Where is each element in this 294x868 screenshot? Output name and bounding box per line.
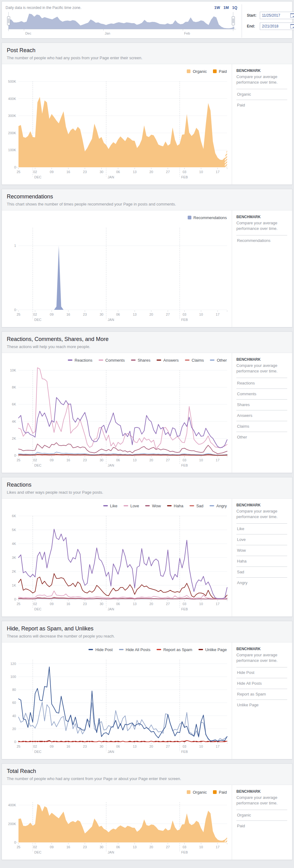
benchmark-item-like[interactable]: Like bbox=[236, 523, 287, 534]
svg-text:02: 02 bbox=[33, 745, 37, 748]
end-date-input[interactable]: 2/21/2018 bbox=[260, 23, 294, 30]
scrubber-right-handle[interactable] bbox=[232, 17, 235, 25]
legend-item-love[interactable]: Love bbox=[123, 504, 139, 508]
benchmark-item-organic[interactable]: Organic bbox=[236, 89, 287, 100]
benchmark-item-hide-post[interactable]: Hide Post bbox=[236, 667, 287, 678]
legend-item-answers[interactable]: Answers bbox=[156, 358, 179, 363]
chart-legend: OrganicPaid bbox=[3, 789, 232, 795]
post-reach-chart[interactable]: 0100K200K300K400K500K2502091623300613202… bbox=[3, 76, 232, 182]
svg-text:20: 20 bbox=[12, 727, 16, 731]
benchmark-panel: BENCHMARK Compare your average performan… bbox=[232, 643, 292, 759]
scrubber-left-handle[interactable] bbox=[7, 17, 10, 25]
benchmark-item-hide-all-posts[interactable]: Hide All Posts bbox=[236, 678, 287, 689]
legend-item-sad[interactable]: Sad bbox=[189, 504, 204, 508]
benchmark-item-paid[interactable]: Paid bbox=[236, 100, 287, 111]
legend-item-claims[interactable]: Claims bbox=[185, 358, 204, 363]
start-date-input[interactable]: 11/25/2017 bbox=[260, 12, 294, 19]
legend-item-organic[interactable]: Organic bbox=[187, 69, 207, 74]
benchmark-item-sad[interactable]: Sad bbox=[236, 566, 287, 577]
legend-item-haha[interactable]: Haha bbox=[167, 504, 183, 508]
svg-text:09: 09 bbox=[50, 602, 53, 606]
range-button-1m[interactable]: 1M bbox=[223, 5, 229, 10]
legend-item-hide-post[interactable]: Hide Post bbox=[88, 647, 112, 652]
page-title: Total Reach bbox=[7, 768, 287, 775]
page-title: Reactions bbox=[7, 482, 287, 488]
calendar-icon[interactable] bbox=[290, 24, 294, 28]
range-button-1q[interactable]: 1Q bbox=[232, 5, 237, 10]
svg-text:17: 17 bbox=[216, 602, 219, 606]
benchmark-item-report-as-spam[interactable]: Report as Spam bbox=[236, 689, 287, 700]
benchmark-item-comments[interactable]: Comments bbox=[236, 389, 287, 399]
reactions-comments-shares-chart[interactable]: 02K4K6K8K10K25020916233006132027031017DE… bbox=[3, 365, 232, 470]
svg-text:27: 27 bbox=[166, 458, 170, 462]
svg-text:25: 25 bbox=[16, 170, 20, 174]
legend-item-comments[interactable]: Comments bbox=[99, 358, 125, 363]
benchmark-item-shares[interactable]: Shares bbox=[236, 399, 287, 410]
legend-item-other[interactable]: Other bbox=[210, 358, 227, 363]
legend-item-angry[interactable]: Angry bbox=[210, 504, 227, 508]
svg-text:DEC: DEC bbox=[34, 850, 41, 854]
svg-text:03: 03 bbox=[182, 845, 186, 849]
benchmark-item-wow[interactable]: Wow bbox=[236, 545, 287, 556]
legend-swatch-icon bbox=[189, 505, 194, 506]
benchmark-item-paid[interactable]: Paid bbox=[236, 820, 287, 831]
legend-item-report-as-spam[interactable]: Report as Spam bbox=[156, 647, 192, 652]
legend-swatch-icon bbox=[156, 649, 161, 650]
legend-item-paid[interactable]: Paid bbox=[213, 69, 227, 74]
benchmark-item-unlike-page[interactable]: Unlike Page bbox=[236, 700, 287, 710]
legend-item-unlike-page[interactable]: Unlike Page bbox=[198, 647, 227, 652]
legend-item-shares[interactable]: Shares bbox=[131, 358, 150, 363]
svg-text:20: 20 bbox=[149, 745, 153, 748]
benchmark-item-answers[interactable]: Answers bbox=[236, 410, 287, 421]
benchmark-item-recommendations[interactable]: Recommendations bbox=[236, 235, 287, 246]
legend-item-recommendations[interactable]: Recommendations bbox=[188, 215, 227, 220]
legend-item-reactions[interactable]: Reactions bbox=[68, 358, 93, 363]
reactions-chart[interactable]: 01K2K3K4K5K6K25020916233006132027031017D… bbox=[3, 511, 232, 614]
svg-text:06: 06 bbox=[116, 845, 120, 849]
svg-text:20: 20 bbox=[149, 845, 153, 849]
hide-spam-unlikes-chart[interactable]: 0204060801001202502091623300613202703101… bbox=[3, 655, 232, 756]
legend-label: Angry bbox=[216, 504, 227, 508]
range-button-1w[interactable]: 1W bbox=[214, 5, 220, 10]
legend-swatch-icon bbox=[131, 360, 136, 361]
recommendations-chart[interactable]: 0125020916233006132027031017DECJANFEB bbox=[3, 223, 232, 324]
legend-item-like[interactable]: Like bbox=[103, 504, 117, 508]
benchmark-item-reactions[interactable]: Reactions bbox=[236, 378, 287, 389]
legend-item-hide-all-posts[interactable]: Hide All Posts bbox=[119, 647, 150, 652]
date-range-scrubber[interactable]: DecJanFeb bbox=[5, 11, 237, 38]
svg-text:FEB: FEB bbox=[181, 318, 188, 321]
benchmark-panel: BENCHMARK Compare your average performan… bbox=[232, 499, 292, 617]
benchmark-item-organic[interactable]: Organic bbox=[236, 810, 287, 820]
total-reach-chart[interactable]: 0200K400K25020916233006132027031017DECJA… bbox=[3, 797, 232, 857]
svg-text:02: 02 bbox=[33, 313, 37, 316]
calendar-icon[interactable] bbox=[290, 13, 294, 18]
legend-swatch-icon bbox=[119, 649, 123, 650]
section-header: Reactions, Comments, Shares, and More Th… bbox=[2, 332, 292, 353]
svg-text:8K: 8K bbox=[12, 385, 16, 389]
legend-label: Hide All Posts bbox=[126, 647, 150, 652]
legend-item-wow[interactable]: Wow bbox=[145, 504, 161, 508]
benchmark-item-haha[interactable]: Haha bbox=[236, 556, 287, 566]
svg-text:27: 27 bbox=[166, 170, 170, 174]
svg-text:13: 13 bbox=[133, 745, 137, 748]
svg-text:02: 02 bbox=[33, 602, 37, 606]
scrubber-area-chart[interactable]: DecJanFeb bbox=[5, 11, 237, 38]
svg-text:17: 17 bbox=[216, 845, 219, 849]
svg-text:JAN: JAN bbox=[108, 607, 114, 611]
svg-text:0: 0 bbox=[14, 840, 16, 844]
benchmark-item-other[interactable]: Other bbox=[236, 432, 287, 442]
legend-swatch-icon bbox=[167, 505, 172, 506]
legend-item-paid[interactable]: Paid bbox=[213, 790, 227, 795]
svg-text:17: 17 bbox=[216, 170, 219, 174]
legend-swatch-icon bbox=[213, 790, 217, 794]
svg-text:6K: 6K bbox=[12, 514, 16, 518]
svg-text:FEB: FEB bbox=[181, 607, 188, 611]
legend-item-organic[interactable]: Organic bbox=[187, 790, 207, 795]
benchmark-item-claims[interactable]: Claims bbox=[236, 421, 287, 432]
svg-text:FEB: FEB bbox=[181, 750, 188, 753]
benchmark-item-angry[interactable]: Angry bbox=[236, 577, 287, 588]
svg-text:09: 09 bbox=[50, 313, 53, 316]
benchmark-item-love[interactable]: Love bbox=[236, 534, 287, 545]
svg-text:25: 25 bbox=[16, 745, 20, 748]
svg-text:20: 20 bbox=[149, 170, 153, 174]
